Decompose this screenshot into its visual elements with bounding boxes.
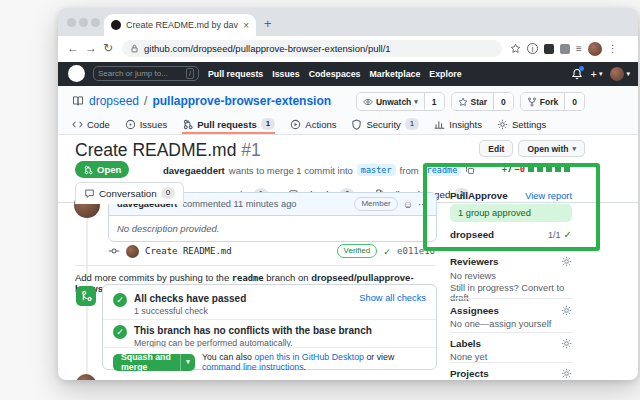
profile-menu[interactable]: ▾ xyxy=(610,67,630,81)
merge-options-caret[interactable]: ▾ xyxy=(180,354,195,371)
tab-code[interactable]: Code xyxy=(72,119,110,134)
checks-sub: 1 successful check xyxy=(134,306,352,316)
tab-issues[interactable]: Issues xyxy=(125,119,167,134)
pull-request-icon xyxy=(83,165,93,175)
tab-settings[interactable]: Settings xyxy=(497,119,546,134)
forward-icon[interactable]: → xyxy=(85,41,97,55)
github-search-box[interactable]: Search or jump to... / xyxy=(93,66,199,81)
count-badge: 0 xyxy=(161,187,175,199)
divider xyxy=(450,298,572,299)
gear-icon[interactable] xyxy=(561,338,572,349)
tab-insights[interactable]: Insights xyxy=(434,119,482,134)
show-all-checks-link[interactable]: Show all checks xyxy=(359,293,426,303)
repo-breadcrumb: dropseed / pullapprove-browser-extension xyxy=(72,94,331,108)
plus-icon: + xyxy=(591,68,597,80)
divider xyxy=(75,265,435,266)
browser-profile-avatar[interactable] xyxy=(588,42,602,56)
reviewers-title: Reviewers xyxy=(450,256,498,267)
check-circle-icon: ✓ xyxy=(113,325,127,339)
tab-conversation[interactable]: Conversation0 xyxy=(75,182,184,204)
extension-info-icon[interactable]: i xyxy=(527,43,538,54)
gear-icon xyxy=(497,119,508,130)
verified-badge[interactable]: Verified xyxy=(337,244,378,258)
extensions-puzzle-icon[interactable] xyxy=(560,44,570,54)
next-comment-avatar[interactable] xyxy=(76,374,96,380)
merge-timeline-icon xyxy=(76,286,96,306)
repo-separator: / xyxy=(144,94,147,108)
github-header: Search or jump to... / Pull requests Iss… xyxy=(58,62,638,86)
extension-menu-icon[interactable]: ≡ xyxy=(576,43,582,54)
watch-count[interactable]: 1 xyxy=(425,93,444,110)
nav-codespaces[interactable]: Codespaces xyxy=(309,69,361,79)
github-favicon-icon xyxy=(111,20,121,30)
star-count[interactable]: 0 xyxy=(494,93,513,110)
new-tab-button[interactable]: + xyxy=(264,16,272,31)
back-icon[interactable]: ← xyxy=(67,41,79,55)
pr-author[interactable]: davegaeddert xyxy=(163,165,225,176)
eye-icon xyxy=(363,97,373,107)
pr-title-text: Create README.md xyxy=(75,140,236,160)
base-branch-chip[interactable]: master xyxy=(357,164,396,176)
nav-pull-requests[interactable]: Pull requests xyxy=(208,69,263,79)
browser-tab[interactable]: Create README.md by daveg… × xyxy=(104,14,256,36)
commit-message[interactable]: Create README.md xyxy=(145,246,232,256)
from-word: from xyxy=(400,165,419,176)
gear-icon[interactable] xyxy=(561,256,572,267)
unwatch-label: Unwatch xyxy=(376,97,411,107)
bookmark-star-icon[interactable] xyxy=(510,43,521,54)
address-bar[interactable]: github.com/dropseed/pullapprove-browser-… xyxy=(122,40,502,57)
star-icon xyxy=(458,97,468,107)
tab-pull-requests[interactable]: Pull requests1 xyxy=(182,118,275,134)
labels-title: Labels xyxy=(450,338,481,349)
browser-menu-icon[interactable]: ⋮ xyxy=(608,43,618,54)
caret-down-icon: ▾ xyxy=(626,70,630,78)
fork-button[interactable]: Fork 0 xyxy=(520,92,585,111)
reviewers-hint[interactable]: Still in progress? Convert to draft xyxy=(450,283,572,303)
close-tab-icon[interactable]: × xyxy=(243,20,249,31)
extension-icon[interactable] xyxy=(544,44,554,54)
squash-and-merge-button[interactable]: Squash and merge ▾ xyxy=(113,354,195,371)
github-desktop-link[interactable]: open this in GitHub Desktop xyxy=(254,352,364,362)
notifications-button[interactable] xyxy=(571,68,583,80)
traffic-light-minimize-icon[interactable] xyxy=(79,18,88,27)
divider xyxy=(450,362,572,363)
traffic-light-close-icon[interactable] xyxy=(67,18,76,27)
repo-owner-link[interactable]: dropseed xyxy=(89,94,139,108)
cli-link[interactable]: command line instructions xyxy=(202,362,304,372)
nav-explore[interactable]: Explore xyxy=(429,69,461,79)
unwatch-button[interactable]: Unwatch▾ 1 xyxy=(356,92,445,111)
tab-security[interactable]: Security1 xyxy=(351,118,419,134)
gear-icon[interactable] xyxy=(561,368,572,379)
create-new-button[interactable]: +▾ xyxy=(591,68,603,80)
reviewers-section-header: Reviewers xyxy=(450,256,572,267)
repo-actions: Unwatch▾ 1 Star 0 Fork 0 xyxy=(356,92,585,111)
count-badge: 1 xyxy=(405,118,419,130)
reload-icon[interactable]: ↻ xyxy=(103,41,113,55)
reaction-smiley-icon[interactable]: ☺ xyxy=(403,199,413,210)
caret-down-icon: ▾ xyxy=(414,98,418,106)
fork-count[interactable]: 0 xyxy=(565,93,584,110)
page-url: github.com/dropseed/pullapprove-browser-… xyxy=(144,43,391,54)
merge-actions-row: Squash and merge ▾ You can also open thi… xyxy=(113,352,426,372)
commit-author-avatar[interactable] xyxy=(126,245,139,258)
commit-row: Create README.md Verified ✓ e011e16 xyxy=(108,244,435,258)
merge-box: ✓ All checks have passed 1 successful ch… xyxy=(102,284,437,370)
open-with-button[interactable]: Open with▾ xyxy=(518,140,585,157)
check-icon: ✓ xyxy=(383,246,391,257)
traffic-light-zoom-icon[interactable] xyxy=(91,18,100,27)
pr-title-actions: Edit Open with▾ xyxy=(479,140,585,157)
user-avatar xyxy=(610,67,624,81)
nav-marketplace[interactable]: Marketplace xyxy=(369,69,420,79)
nav-issues[interactable]: Issues xyxy=(272,69,299,79)
star-button[interactable]: Star 0 xyxy=(451,92,514,111)
edit-button[interactable]: Edit xyxy=(479,140,513,157)
gear-icon[interactable] xyxy=(561,305,572,316)
tab-actions[interactable]: Actions xyxy=(290,119,336,134)
assignees-empty[interactable]: No one—assign yourself xyxy=(450,319,572,329)
count-badge: 1 xyxy=(261,118,275,130)
unread-dot xyxy=(579,66,584,71)
github-logo-icon[interactable] xyxy=(68,65,85,82)
slash-key-hint: / xyxy=(186,68,194,79)
issue-icon xyxy=(125,119,136,130)
repo-name-link[interactable]: pullapprove-browser-extension xyxy=(152,94,331,108)
